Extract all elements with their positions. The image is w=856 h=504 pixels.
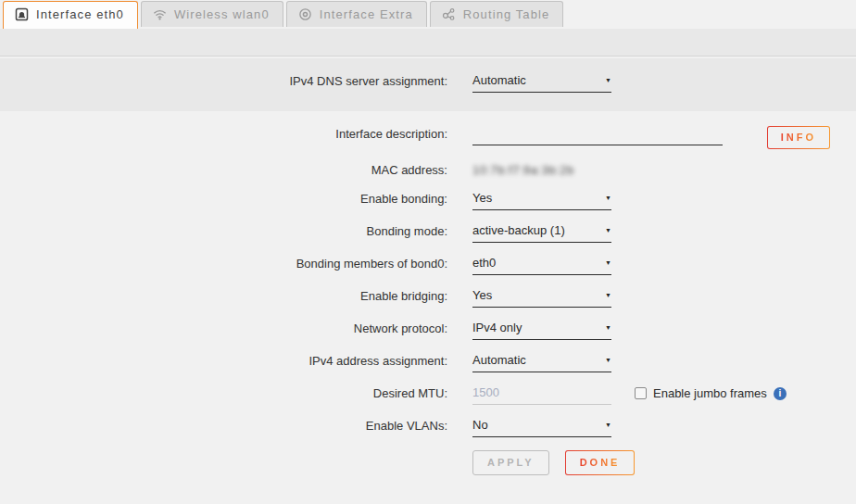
dns-assignment-label: IPv4 DNS server assignment: xyxy=(0,73,472,89)
ipv4-assignment-select[interactable]: Automatic ▼ xyxy=(472,353,611,372)
select-arrow-icon: ▼ xyxy=(605,191,611,205)
tab-label: Wireless wlan0 xyxy=(174,7,270,21)
select-value: No xyxy=(472,418,488,432)
mtu-value: 1500 xyxy=(472,385,499,399)
tab-routing-table[interactable]: Routing Table xyxy=(430,1,564,27)
select-arrow-icon: ▼ xyxy=(605,418,611,432)
section-strip xyxy=(0,29,856,57)
bonding-mode-row: Bonding mode: active-backup (1) ▼ xyxy=(0,223,856,243)
select-value: eth0 xyxy=(472,256,496,270)
bonding-members-label: Bonding members of bond0: xyxy=(0,256,472,271)
tab-bar: Interface eth0 Wireless wlan0 Interface … xyxy=(0,0,856,29)
bonding-mode-select[interactable]: active-backup (1) ▼ xyxy=(472,223,611,243)
info-button-label: INFO xyxy=(781,132,816,143)
tab-interface-extra[interactable]: Interface Extra xyxy=(286,1,427,27)
mac-address-label: MAC address: xyxy=(0,162,472,178)
jumbo-label: Enable jumbo frames xyxy=(653,386,767,400)
info-button[interactable]: INFO xyxy=(767,126,830,149)
bonding-mode-label: Bonding mode: xyxy=(0,223,472,239)
jumbo-checkbox[interactable] xyxy=(635,387,647,399)
select-arrow-icon: ▼ xyxy=(605,353,611,367)
enable-bonding-label: Enable bonding: xyxy=(0,191,472,207)
enable-bridging-label: Enable bridging: xyxy=(0,288,472,304)
select-arrow-icon: ▼ xyxy=(605,288,611,302)
enable-vlans-select[interactable]: No ▼ xyxy=(472,418,611,437)
form-actions: APPLY DONE xyxy=(472,450,856,475)
interface-description-label: Interface description: xyxy=(0,126,472,142)
done-button-label: DONE xyxy=(580,457,621,468)
select-value: Automatic xyxy=(472,73,526,87)
enable-bonding-select[interactable]: Yes ▼ xyxy=(472,191,611,210)
select-value: Automatic xyxy=(472,353,526,367)
bonding-members-row: Bonding members of bond0: eth0 ▼ xyxy=(0,256,856,275)
info-circle-icon[interactable]: i xyxy=(774,387,787,400)
dns-assignment-select[interactable]: Automatic ▼ xyxy=(472,73,611,93)
select-value: IPv4 only xyxy=(472,321,522,334)
done-button[interactable]: DONE xyxy=(565,450,636,475)
select-arrow-icon: ▼ xyxy=(605,321,611,334)
mac-address-row: MAC address: 10:7b:f7:9a:3b:2b xyxy=(0,162,856,178)
tab-label: Interface eth0 xyxy=(36,7,124,21)
select-value: Yes xyxy=(472,288,492,302)
share-nodes-icon xyxy=(442,7,456,21)
interface-settings-form: Interface description: INFO MAC address:… xyxy=(0,111,856,475)
wifi-icon xyxy=(153,7,167,21)
tab-label: Routing Table xyxy=(463,7,550,21)
dns-section: IPv4 DNS server assignment: Automatic ▼ xyxy=(0,58,856,111)
interface-description-input[interactable] xyxy=(472,126,723,145)
tab-interface-eth0[interactable]: Interface eth0 xyxy=(3,1,138,29)
apply-button[interactable]: APPLY xyxy=(472,450,549,475)
network-protocol-row: Network protocol: IPv4 only ▼ xyxy=(0,321,856,340)
jumbo-frames-group: Enable jumbo frames i xyxy=(635,386,787,400)
mac-address-value: 10:7b:f7:9a:3b:2b xyxy=(472,162,574,178)
select-arrow-icon: ▼ xyxy=(605,223,611,237)
select-value: Yes xyxy=(472,191,492,205)
tab-label: Interface Extra xyxy=(320,7,413,21)
select-value: active-backup (1) xyxy=(472,223,565,237)
target-icon xyxy=(298,7,312,21)
select-arrow-icon: ▼ xyxy=(605,256,611,270)
enable-vlans-label: Enable VLANs: xyxy=(0,418,472,434)
ipv4-assignment-label: IPv4 address assignment: xyxy=(0,353,472,369)
enable-bridging-row: Enable bridging: Yes ▼ xyxy=(0,288,856,308)
desired-mtu-row: Desired MTU: 1500 Enable jumbo frames i xyxy=(0,385,856,405)
ethernet-port-icon xyxy=(15,7,29,21)
bonding-members-select[interactable]: eth0 ▼ xyxy=(472,256,611,275)
tab-wireless-wlan0[interactable]: Wireless wlan0 xyxy=(141,1,283,27)
network-protocol-label: Network protocol: xyxy=(0,321,472,336)
interface-description-row: Interface description: INFO xyxy=(0,126,856,149)
enable-vlans-row: Enable VLANs: No ▼ xyxy=(0,418,856,437)
desired-mtu-input: 1500 xyxy=(472,385,611,405)
desired-mtu-label: Desired MTU: xyxy=(0,385,472,401)
ipv4-assignment-row: IPv4 address assignment: Automatic ▼ xyxy=(0,353,856,372)
network-protocol-select[interactable]: IPv4 only ▼ xyxy=(472,321,611,340)
enable-bridging-select[interactable]: Yes ▼ xyxy=(472,288,611,308)
select-arrow-icon: ▼ xyxy=(605,73,611,87)
enable-bonding-row: Enable bonding: Yes ▼ xyxy=(0,191,856,210)
